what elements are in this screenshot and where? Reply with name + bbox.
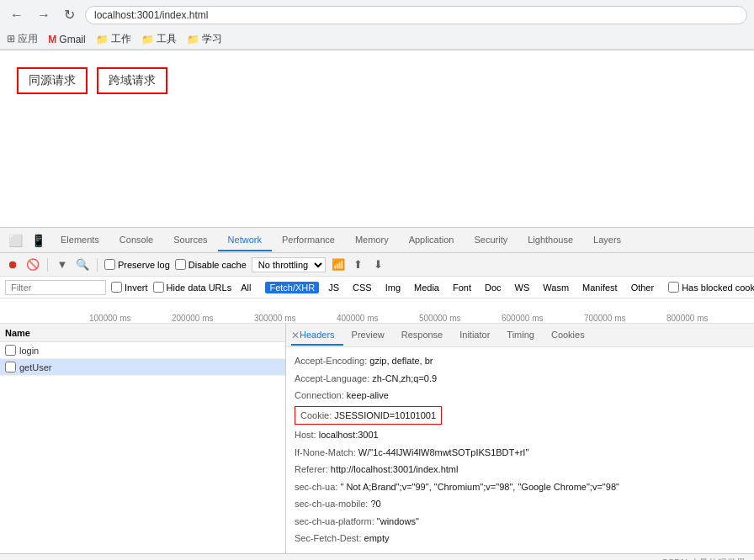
clear-button[interactable]: 🚫 xyxy=(25,257,40,272)
filter-js-btn[interactable]: JS xyxy=(324,282,343,293)
reload-button[interactable]: ↻ xyxy=(61,5,78,24)
list-item: sec-ch-ua-platform: "windows" xyxy=(295,513,746,531)
blocked-cookies-checkbox[interactable]: Has blocked cookies xyxy=(668,282,754,293)
preserve-log-input[interactable] xyxy=(104,259,115,270)
filter-input[interactable] xyxy=(5,280,106,295)
header-name: sec-ch-ua-mobile: xyxy=(295,499,368,509)
tab-elements[interactable]: Elements xyxy=(50,230,109,251)
header-name: Sec-Fetch-Dest: xyxy=(295,533,361,543)
close-panel-button[interactable]: ✕ xyxy=(291,330,300,341)
tab-security[interactable]: Security xyxy=(464,230,518,251)
headers-panel: ✕ Headers Preview Response Initiator Tim… xyxy=(286,324,754,553)
upload-icon[interactable]: ⬆ xyxy=(351,257,366,272)
header-name: sec-ch-ua-platform: xyxy=(295,516,374,526)
tab-preview[interactable]: Preview xyxy=(343,325,393,346)
same-origin-button[interactable]: 同源请求 xyxy=(17,67,88,94)
back-button[interactable]: ← xyxy=(7,6,27,24)
tab-lighthouse[interactable]: Lighthouse xyxy=(518,230,583,251)
filter-manifest-btn[interactable]: Manifest xyxy=(578,282,622,293)
list-item: Cookie: JSESSIONID=10101001 xyxy=(295,404,746,427)
invert-input[interactable] xyxy=(111,282,122,293)
tab-memory[interactable]: Memory xyxy=(345,230,399,251)
headers-tab-bar: ✕ Headers Preview Response Initiator Tim… xyxy=(286,324,754,347)
tab-performance[interactable]: Performance xyxy=(272,230,345,251)
hide-urls-checkbox[interactable]: Hide data URLs xyxy=(153,282,232,293)
list-item: If-None-Match: W/"1c-44lJWi4lW8mwtSOTpIK… xyxy=(295,444,746,462)
filter-ws-btn[interactable]: WS xyxy=(511,282,534,293)
bookmark-gmail[interactable]: M Gmail xyxy=(48,34,85,45)
disable-cache-checkbox[interactable]: Disable cache xyxy=(175,259,247,270)
device-icon[interactable]: 📱 xyxy=(29,232,47,249)
headers-content: Accept-Encoding: gzip, deflate, br Accep… xyxy=(286,347,754,553)
header-name: Connection: xyxy=(295,390,344,400)
search-icon[interactable]: 🔍 xyxy=(75,257,90,272)
blocked-cookies-input[interactable] xyxy=(668,282,679,293)
tab-layers[interactable]: Layers xyxy=(583,230,631,251)
request-checkbox-1[interactable] xyxy=(5,345,16,356)
address-bar: ← → ↻ xyxy=(0,0,754,29)
disable-cache-label: Disable cache xyxy=(188,260,247,270)
preserve-log-label: Preserve log xyxy=(118,260,170,270)
bookmark-work[interactable]: 📁 工作 xyxy=(96,32,131,46)
watermark: CSDN 小曼的码世界 xyxy=(661,557,746,560)
blocked-cookies-label: Has blocked cookies xyxy=(682,283,754,293)
timeline-label-6: 600000 ms xyxy=(502,314,584,323)
cross-origin-button[interactable]: 跨域请求 xyxy=(97,67,167,94)
tab-network[interactable]: Network xyxy=(218,230,272,251)
timeline-label-3: 300000 ms xyxy=(254,314,337,323)
disable-cache-input[interactable] xyxy=(175,259,186,270)
request-checkbox-2[interactable] xyxy=(5,362,16,372)
filter-img-btn[interactable]: Img xyxy=(381,282,405,293)
list-item: sec-ch-ua-mobile: ?0 xyxy=(295,495,746,513)
tab-initiator[interactable]: Initiator xyxy=(451,325,498,346)
header-name: Accept-Encoding: xyxy=(295,356,367,366)
header-name: If-None-Match: xyxy=(295,447,356,457)
tab-sources[interactable]: Sources xyxy=(163,230,217,251)
bookmark-study[interactable]: 📁 学习 xyxy=(187,32,222,46)
tab-cookies[interactable]: Cookies xyxy=(543,325,593,346)
preserve-log-checkbox[interactable]: Preserve log xyxy=(104,259,170,270)
download-icon[interactable]: ⬇ xyxy=(371,257,386,272)
filter-css-btn[interactable]: CSS xyxy=(348,282,376,293)
filter-doc-btn[interactable]: Doc xyxy=(481,282,506,293)
bookmark-apps[interactable]: ⊞ 应用 xyxy=(7,32,38,46)
tab-application[interactable]: Application xyxy=(399,230,465,251)
devtools-tab-bar: ⬜ 📱 Elements Console Sources Network Per… xyxy=(0,228,754,253)
inspect-icon[interactable]: ⬜ xyxy=(7,232,24,249)
filter-bar: Invert Hide data URLs All Fetch/XHR JS C… xyxy=(0,277,754,298)
throttle-select[interactable]: No throttling xyxy=(252,257,326,272)
status-bar: 2 / 5 requests 459 B / 1.1 kB transferre… xyxy=(0,553,754,560)
bookmark-tools[interactable]: 📁 工具 xyxy=(141,32,177,46)
timeline-label-1: 100000 ms xyxy=(89,314,172,323)
timeline-labels: 100000 ms 200000 ms 300000 ms 400000 ms … xyxy=(5,314,749,323)
filter-all-btn[interactable]: All xyxy=(236,282,255,293)
tab-response[interactable]: Response xyxy=(393,325,452,346)
hide-urls-input[interactable] xyxy=(153,282,164,293)
tab-timing[interactable]: Timing xyxy=(498,325,543,346)
table-row[interactable]: getUser xyxy=(0,359,285,376)
filter-font-btn[interactable]: Font xyxy=(449,282,475,293)
requests-header-label: Name xyxy=(5,328,30,338)
header-value: W/"1c-44lJWi4lW8mwtSOTpIKS1BDT+rI" xyxy=(358,447,528,457)
wifi-icon[interactable]: 📶 xyxy=(331,257,346,272)
timeline-bar: 100000 ms 200000 ms 300000 ms 400000 ms … xyxy=(0,298,754,324)
list-item: sec-ch-ua: " Not A;Brand";v="99", "Chrom… xyxy=(295,478,746,496)
request-name-1: login xyxy=(19,346,280,356)
forward-button[interactable]: → xyxy=(34,6,54,24)
address-input[interactable] xyxy=(85,6,747,24)
list-item: Referer: http://localhost:3001/index.htm… xyxy=(295,461,746,478)
table-row[interactable]: login xyxy=(0,342,285,359)
filter-fetch-xhr-btn[interactable]: Fetch/XHR xyxy=(265,282,319,293)
tab-console[interactable]: Console xyxy=(109,230,163,251)
devtools: ⬜ 📱 Elements Console Sources Network Per… xyxy=(0,227,754,560)
header-value: http://localhost:3001/index.html xyxy=(331,464,459,474)
invert-checkbox[interactable]: Invert xyxy=(111,282,148,293)
filter-wasm-btn[interactable]: Wasm xyxy=(539,282,573,293)
filter-other-btn[interactable]: Other xyxy=(627,282,659,293)
filter-media-btn[interactable]: Media xyxy=(410,282,443,293)
filter-icon[interactable]: ▼ xyxy=(55,257,70,272)
toolbar-separator xyxy=(47,258,48,272)
header-value: "windows" xyxy=(377,516,419,526)
record-button[interactable]: ⏺ xyxy=(5,257,20,272)
header-value: " Not A;Brand";v="99", "Chromium";v="98"… xyxy=(340,482,619,492)
